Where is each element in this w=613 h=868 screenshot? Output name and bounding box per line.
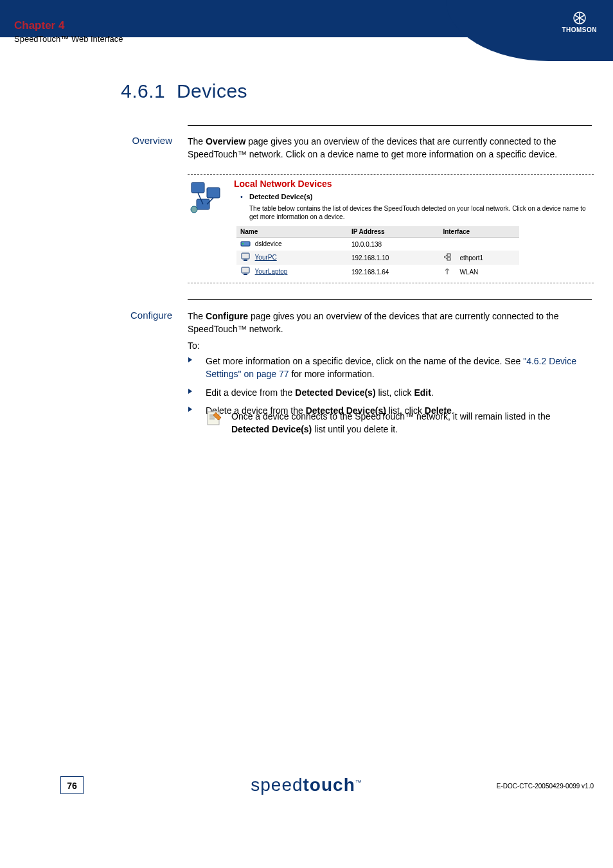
device-link[interactable]: YourPC	[255, 254, 277, 261]
chapter-subtitle: SpeedTouch™ Web Interface	[14, 34, 123, 44]
svg-point-4	[191, 206, 197, 213]
col-ip: IP Address	[348, 226, 440, 238]
tip-note: Once a device connects to the SpeedTouch…	[206, 410, 585, 436]
trademark-icon: ™	[355, 779, 362, 786]
arrow-right-icon	[188, 386, 206, 399]
configure-paragraph: The Configure page gives you an overview…	[188, 310, 573, 336]
col-interface: Interface	[439, 226, 519, 238]
device-ip: 10.0.0.138	[348, 238, 440, 251]
bullet-item: Get more information on a specific devic…	[188, 355, 580, 381]
section-number: 4.6.1	[121, 80, 165, 102]
thomson-icon	[573, 12, 587, 24]
router-icon	[240, 240, 251, 249]
table-header-row: Name IP Address Interface	[236, 226, 519, 238]
svg-rect-7	[242, 253, 249, 259]
local-network-devices-title: Local Network Devices	[234, 179, 594, 189]
table-row: YourLaptop 192.168.1.64 WLAN	[236, 265, 519, 279]
arrow-right-icon	[188, 355, 206, 381]
device-interface: WLAN	[456, 265, 519, 279]
table-row: dsldevice 10.0.0.138	[236, 238, 519, 251]
devices-screenshot: Local Network Devices • Detected Device(…	[188, 174, 594, 283]
svg-point-6	[242, 244, 244, 245]
thomson-text: THOMSON	[562, 26, 597, 33]
section-name: Devices	[177, 80, 247, 102]
divider	[188, 125, 592, 126]
to-label: To:	[188, 339, 573, 352]
ethernet-icon	[443, 255, 452, 262]
bullet-dot-icon: •	[240, 193, 249, 200]
arrow-right-icon	[188, 404, 206, 417]
note-icon	[206, 410, 231, 436]
overview-paragraph: The Overview page gives you an overview …	[188, 135, 573, 161]
svg-rect-9	[447, 254, 450, 256]
network-icon	[188, 179, 234, 279]
chapter-title: Chapter 4	[14, 19, 123, 32]
svg-rect-11	[242, 267, 249, 273]
device-ip: 192.168.1.10	[348, 251, 440, 265]
col-name: Name	[236, 226, 348, 238]
page-title: 4.6.1 Devices	[121, 80, 247, 102]
svg-rect-2	[207, 188, 220, 198]
device-name: dsldevice	[255, 240, 282, 247]
svg-rect-1	[191, 182, 204, 193]
table-row: YourPC 192.168.1.10 ethport1	[236, 251, 519, 265]
device-interface: ethport1	[456, 251, 519, 265]
document-id: E-DOC-CTC-20050429-0099 v1.0	[497, 783, 594, 790]
configure-label: Configure	[108, 310, 172, 321]
device-interface	[456, 238, 519, 251]
wlan-icon	[443, 269, 452, 276]
chapter-block: Chapter 4 SpeedTouch™ Web Interface	[14, 19, 123, 44]
svg-rect-8	[244, 260, 247, 261]
thomson-logo: THOMSON	[562, 12, 597, 33]
overview-label: Overview	[108, 135, 172, 146]
device-ip: 192.168.1.64	[348, 265, 440, 279]
pc-icon	[240, 267, 251, 277]
divider	[188, 299, 592, 300]
table-description: The table below contains the list of dev…	[249, 204, 594, 221]
device-link[interactable]: YourLaptop	[255, 268, 288, 275]
detected-devices-bullet: • Detected Device(s)	[240, 193, 594, 200]
devices-table: Name IP Address Interface dsldevice 1	[236, 226, 519, 279]
svg-rect-10	[447, 258, 450, 260]
pc-icon	[240, 252, 251, 263]
svg-rect-12	[244, 274, 247, 275]
bullet-item: Edit a device from the Detected Device(s…	[188, 386, 580, 399]
